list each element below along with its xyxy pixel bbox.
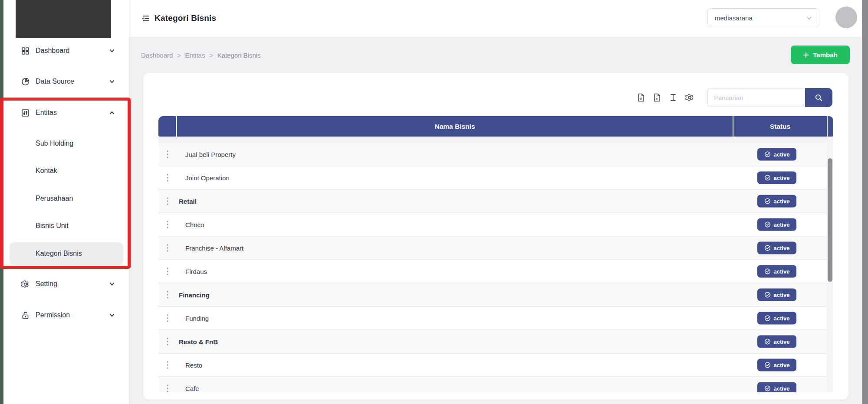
sidebar-item-sub-holding[interactable]: Sub Holding: [10, 133, 123, 154]
breadcrumb: Dashboard>Entitas>Kategori Bisnis: [141, 52, 261, 59]
row-business-name: Franchise - Alfamart: [185, 244, 243, 252]
pie-chart-icon: [21, 77, 30, 86]
row-actions-kebab-icon[interactable]: [162, 195, 173, 207]
svg-text:x: x: [656, 97, 658, 101]
sidebar-item-bisnis-unit[interactable]: Bisnis Unit: [10, 215, 123, 237]
content-card: A x: [143, 73, 848, 400]
table-row[interactable]: Restoactive: [158, 354, 833, 377]
status-badge-label: active: [774, 268, 790, 275]
row-actions-kebab-icon[interactable]: [162, 383, 173, 392]
status-badge-label: active: [774, 151, 790, 158]
text-icon[interactable]: [668, 93, 678, 102]
row-actions-kebab-icon[interactable]: [162, 149, 173, 160]
status-badge: active: [757, 336, 796, 348]
breadcrumb-item-kategori-bisnis: Kategori Bisnis: [217, 52, 261, 59]
status-badge-label: active: [774, 385, 790, 392]
breadcrumb-separator: >: [177, 52, 181, 59]
table-header-actions: [158, 116, 176, 137]
sidebar-item-label: Permission: [36, 311, 70, 319]
table-header-name: Nama Bisnis: [177, 116, 733, 137]
search-icon: [815, 94, 823, 102]
table-scrollbar-thumb[interactable]: [828, 158, 832, 282]
app-screen: DashboardData SourceEntitasSub HoldingKo…: [0, 0, 868, 404]
row-actions-kebab-icon[interactable]: [162, 242, 173, 254]
row-actions-kebab-icon[interactable]: [162, 336, 173, 347]
chevron-down-icon: [109, 281, 115, 287]
row-actions-kebab-icon[interactable]: [162, 313, 173, 324]
add-button[interactable]: Tambah: [791, 46, 850, 64]
row-business-name: Jual beli Property: [185, 151, 236, 158]
check-circle-icon: [764, 315, 771, 322]
sidebar-item-kontak[interactable]: Kontak: [10, 160, 123, 182]
page-scrollbar[interactable]: [862, 0, 868, 404]
workspace-select-value: mediasarana: [715, 14, 753, 22]
table-search: [707, 88, 832, 107]
table-row[interactable]: Jual beli Propertyactive: [158, 143, 833, 166]
check-circle-icon: [764, 151, 771, 158]
row-actions-kebab-icon[interactable]: [162, 219, 173, 230]
status-badge-label: active: [774, 362, 790, 368]
search-input[interactable]: [707, 88, 805, 107]
check-circle-icon: [764, 222, 771, 228]
dashboard-grid-icon: [21, 46, 30, 55]
row-actions-kebab-icon[interactable]: [162, 359, 173, 371]
sidebar-item-label: Kategori Bisnis: [36, 250, 82, 257]
user-avatar[interactable]: [835, 7, 857, 28]
table-header-status: Status: [733, 116, 827, 137]
row-actions-kebab-icon[interactable]: [162, 266, 173, 277]
page-title: Kategori Bisnis: [155, 13, 216, 23]
sidebar-item-label: Data Source: [36, 78, 74, 85]
table-row[interactable]: Retailactive: [158, 190, 833, 213]
row-business-name: Firdaus: [185, 268, 207, 275]
table-row[interactable]: Financingactive: [158, 283, 833, 307]
table-scrollbar-track: [827, 143, 833, 392]
row-actions-kebab-icon[interactable]: [162, 172, 173, 183]
table-row[interactable]: Fundingactive: [158, 307, 833, 330]
chevron-down-icon: [109, 48, 115, 54]
settings-icon[interactable]: [685, 93, 694, 102]
sidebar-item-label: Bisnis Unit: [36, 222, 69, 230]
status-badge: active: [757, 218, 796, 231]
check-circle-icon: [764, 175, 771, 181]
row-business-name: Funding: [185, 315, 209, 322]
chevron-up-icon: [109, 110, 115, 116]
table-row[interactable]: Firdausactive: [158, 260, 833, 283]
sidebar-item-label: Kontak: [36, 167, 57, 175]
sidebar-item-label: Entitas: [36, 109, 57, 117]
table-row[interactable]: Franchise - Alfamartactive: [158, 237, 833, 260]
search-button[interactable]: [805, 88, 832, 107]
status-badge-label: active: [774, 245, 790, 251]
breadcrumb-item-entitas[interactable]: Entitas: [185, 52, 205, 59]
check-circle-icon: [764, 362, 771, 368]
sidebar-item-data-source[interactable]: Data Source: [10, 71, 123, 92]
sidebar-item-entitas[interactable]: Entitas: [10, 102, 123, 124]
table-row[interactable]: Resto & FnBactive: [158, 330, 833, 354]
sidebar-item-kategori-bisnis[interactable]: Kategori Bisnis: [10, 242, 123, 265]
sidebar: DashboardData SourceEntitasSub HoldingKo…: [3, 0, 129, 404]
app-logo: [16, 0, 111, 38]
check-circle-icon: [764, 198, 771, 205]
row-actions-kebab-icon[interactable]: [162, 289, 173, 300]
status-badge: active: [757, 148, 796, 161]
row-business-name: Choco: [185, 221, 204, 228]
check-circle-icon: [764, 245, 771, 251]
table-row[interactable]: Cafeactive: [158, 377, 833, 392]
menu-fold-icon[interactable]: [141, 14, 150, 23]
row-business-name: Financing: [179, 291, 210, 299]
table-row[interactable]: Chocoactive: [158, 213, 833, 237]
table-body: Jual beli PropertyactiveJoint Operationa…: [158, 143, 833, 392]
sidebar-item-setting[interactable]: Setting: [10, 273, 123, 295]
export-pdf-icon[interactable]: A: [636, 93, 646, 102]
breadcrumb-item-dashboard[interactable]: Dashboard: [141, 52, 173, 59]
sidebar-item-dashboard[interactable]: Dashboard: [10, 40, 123, 62]
sidebar-item-permission[interactable]: Permission: [10, 304, 123, 326]
status-badge: active: [757, 172, 796, 184]
top-header: Kategori Bisnis mediasarana: [129, 0, 862, 37]
breadcrumb-separator: >: [209, 52, 213, 59]
table-row[interactable]: Joint Operationactive: [158, 166, 833, 190]
workspace-select[interactable]: mediasarana: [707, 8, 819, 27]
export-excel-icon[interactable]: x: [652, 93, 662, 102]
sidebar-item-label: Perusahaan: [36, 195, 73, 202]
row-business-name: Resto & FnB: [179, 338, 218, 345]
sidebar-item-perusahaan[interactable]: Perusahaan: [10, 188, 123, 209]
